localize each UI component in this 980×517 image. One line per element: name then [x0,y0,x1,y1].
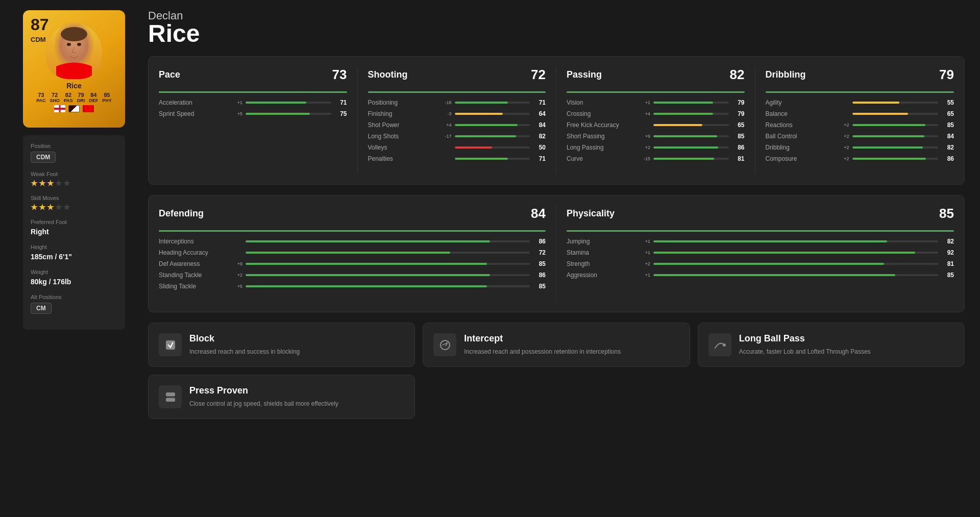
height-section: Height 185cm / 6'1" [31,244,117,261]
stat-name-shooting-5: Penalties [368,155,434,162]
stat-row-physicality-2: Strength+281 [567,260,954,267]
star-1 [31,180,38,187]
stat-bar-container-defending-4 [246,285,530,287]
playstyle-card-1: InterceptIncreased reach and possession … [423,323,690,367]
stat-bar-container-shooting-2 [455,124,530,126]
player-first-name: Declan [148,10,965,21]
playstyle-desc-3: Close control at jog speed, shields ball… [189,399,338,408]
stat-bar-fill-passing-1 [653,113,713,115]
skill-star-2 [39,204,46,211]
skill-moves-label: Skill Moves [31,195,117,201]
stat-name-defending-0: Interceptions [159,238,225,245]
stat-bar-container-passing-2 [653,124,729,126]
playstyle-info-1: InterceptIncreased reach and possession … [464,333,621,356]
stat-val-defending-4: 85 [533,283,546,290]
pace-header: Pace73 [159,67,347,85]
stat-val-passing-2: 65 [732,121,745,129]
stat-val-shooting-2: 84 [533,121,546,129]
skill-moves-section: Skill Moves [31,195,117,211]
skill-star-4 [55,204,62,211]
stat-row-passing-4: Long Passing+286 [567,144,745,151]
weak-foot-section: Weak Foot [31,171,117,187]
stat-name-dribbling-3: Ball Control [766,133,832,140]
stat-bar-fill-defending-1 [246,252,450,254]
pace-name: Pace [159,69,180,80]
stat-row-dribbling-4: Dribbling+282 [766,144,954,151]
stat-name-defending-2: Def Awareness [159,260,225,267]
stat-val-shooting-0: 71 [533,99,546,106]
stat-bar-fill-shooting-3 [455,135,517,137]
stat-modifier-shooting-3: -17 [437,134,452,139]
playstyle-name-2: Long Ball Pass [739,333,871,344]
alt-positions-label: Alt Positions [31,294,117,300]
svg-rect-4 [166,340,175,350]
stat-name-physicality-3: Aggression [567,272,633,279]
stat-category-physicality: Physicality85Jumping+182Stamina+192Stren… [556,206,954,302]
card-flags [31,105,117,112]
stat-bar-container-shooting-1 [455,113,530,115]
stat-row-dribbling-3: Ball Control+284 [766,133,954,140]
playstyle-desc-2: Accurate, faster Lob and Lofted Through … [739,347,871,356]
star-4 [55,180,62,187]
stat-val-defending-1: 72 [533,249,546,256]
card-stat-sho: 72 SHO [50,92,60,103]
stat-row-passing-5: Curve-1581 [567,155,745,162]
stat-row-dribbling-2: Reactions+285 [766,121,954,129]
playstyle-card-0: BlockIncreased reach and success in bloc… [148,323,415,367]
stat-row-physicality-3: Aggression+185 [567,272,954,279]
skill-moves-stars [31,204,117,211]
shooting-value: 72 [531,67,546,83]
stat-bar-fill-physicality-0 [653,240,887,242]
playstyle-info-2: Long Ball PassAccurate, faster Lob and L… [739,333,871,356]
stat-row-passing-0: Vision+179 [567,99,745,106]
card-stat-def: 84 DEF [89,92,98,103]
stat-bar-fill-passing-2 [653,124,702,126]
stat-modifier-passing-3: +9 [636,134,650,139]
player-last-name: Rice [148,21,965,46]
stat-bar-fill-passing-5 [653,158,714,160]
stat-val-passing-1: 79 [732,110,745,117]
stat-modifier-shooting-0: -18 [437,100,452,105]
position-section: Position CDM [31,143,117,163]
stat-bar-fill-passing-4 [653,146,718,149]
stat-bar-fill-pace-1 [246,113,310,115]
defending-header: Defending84 [159,206,546,224]
stat-row-defending-1: Heading Accuracy72 [159,249,546,256]
stat-category-pace: Pace73Acceleration+171Sprint Speed+575 [159,67,358,174]
skill-star-3 [47,204,54,211]
player-face [46,23,102,79]
stat-bar-fill-shooting-0 [455,102,508,104]
stat-name-passing-0: Vision [567,99,633,106]
stat-name-shooting-2: Shot Power [368,121,434,129]
playstyle-icon-0 [159,333,182,356]
stat-bar-fill-dribbling-0 [852,102,900,104]
height-label: Height [31,244,117,250]
defending-value: 84 [531,206,546,221]
height-value: 185cm / 6'1" [31,253,117,261]
stat-name-physicality-0: Jumping [567,238,633,245]
left-panel: 87 CDM [15,10,133,419]
svg-rect-7 [166,392,175,397]
stat-val-passing-4: 86 [732,144,745,151]
stat-bar-container-shooting-5 [455,158,530,160]
premier-league-badge [68,105,80,112]
stat-val-pace-0: 71 [334,99,347,106]
player-name-header: Declan Rice [148,10,965,46]
stat-name-defending-3: Standing Tackle [159,272,225,279]
playstyle-desc-0: Increased reach and success in blocking [189,347,300,356]
stat-bar-container-defending-3 [246,274,530,276]
stat-row-shooting-4: Volleys50 [368,144,546,151]
playstyle-card-2: Long Ball PassAccurate, faster Lob and L… [698,323,965,367]
playstyles-grid: BlockIncreased reach and success in bloc… [148,323,965,419]
stat-name-pace-0: Acceleration [159,99,225,106]
stat-bar-container-pace-0 [246,102,331,104]
stat-val-dribbling-0: 55 [941,99,954,106]
stat-bar-container-shooting-4 [455,146,530,149]
stat-val-passing-0: 79 [732,99,745,106]
stat-row-shooting-1: Finishing-364 [368,110,546,117]
dribbling-name: Dribbling [766,69,806,80]
stat-bar-fill-shooting-5 [455,158,508,160]
stat-bar-container-physicality-0 [653,240,938,242]
stat-val-dribbling-2: 85 [941,121,954,129]
stat-row-shooting-0: Positioning-1871 [368,99,546,106]
